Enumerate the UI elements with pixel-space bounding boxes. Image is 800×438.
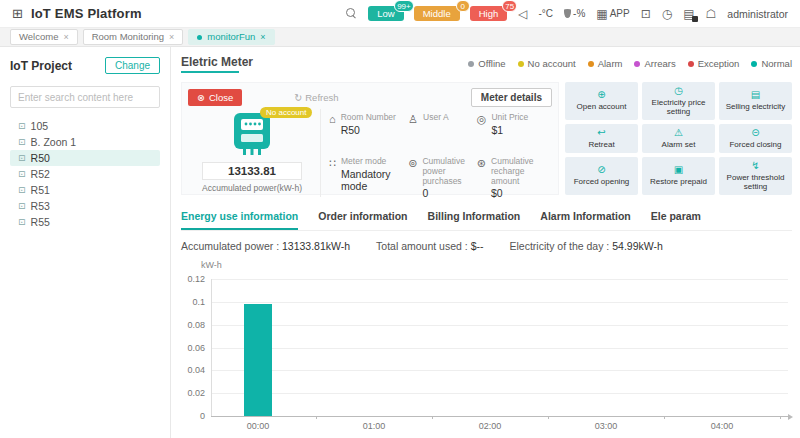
close-tab-icon[interactable]: × xyxy=(63,31,68,43)
y-tick-label: 0.06 xyxy=(175,343,205,353)
legend-label: No account xyxy=(528,58,576,69)
field-text: Cumulative recharge amount$0 xyxy=(491,157,552,199)
skin-icon[interactable]: ☖ xyxy=(706,8,717,20)
y-tick-label: 0.12 xyxy=(175,274,205,284)
close-tab-icon[interactable]: × xyxy=(169,31,174,43)
legend-label: Normal xyxy=(761,58,792,69)
tree-item-r51[interactable]: ⊡R51 xyxy=(10,182,160,198)
x-axis-line xyxy=(211,416,788,417)
legend-dot xyxy=(518,61,524,67)
cart-icon: ⊚ xyxy=(408,157,417,169)
field-meter-mode: ∷Meter modeMandatory mode xyxy=(329,153,404,197)
alarm-badge-low[interactable]: Low99+ xyxy=(368,6,403,21)
legend-dot xyxy=(588,61,594,67)
x-tick-label: 03:00 xyxy=(586,421,626,431)
refresh-button[interactable]: ↻Refresh xyxy=(294,92,338,103)
gridline xyxy=(211,348,788,349)
alarm-badge-label: High xyxy=(479,8,499,19)
field-text: Meter modeMandatory mode xyxy=(341,157,404,192)
legend-exception: Exception xyxy=(688,58,740,69)
main-content: Eletric Meter OfflineNo accountAlarmArre… xyxy=(171,47,800,438)
legend-arrears: Arrears xyxy=(634,58,675,69)
y-tick-label: 0.02 xyxy=(175,388,205,398)
alarm-badge-middle[interactable]: Middle0 xyxy=(414,6,460,21)
legend-normal: Normal xyxy=(751,58,792,69)
tab-ele-param[interactable]: Ele param xyxy=(651,206,701,230)
tree-item-b-zoon-1[interactable]: ⊡B. Zoon 1 xyxy=(10,134,160,150)
tree-item-r55[interactable]: ⊡R55 xyxy=(10,214,160,230)
user-icon: ♙ xyxy=(408,113,418,125)
fullscreen-icon[interactable]: ⊡ xyxy=(641,8,651,20)
retreat-button[interactable]: ↩Retreat xyxy=(565,124,638,153)
active-dot xyxy=(197,35,202,40)
menu-icon[interactable]: ⊞ xyxy=(12,6,23,21)
summary-row: Accumulated power : 13133.81kW-hTotal am… xyxy=(181,240,792,252)
alarm-set-icon: ⚠ xyxy=(674,128,683,138)
mute-icon[interactable]: ◁ xyxy=(518,8,527,20)
forced-closing-button[interactable]: ⊝Forced closing xyxy=(719,124,792,153)
meter-fields: ⌂Room NumberR50♙User A◎Unit Price$1∷Mete… xyxy=(320,109,552,197)
tree-item-label: B. Zoon 1 xyxy=(31,136,77,148)
field-label: Cumulative recharge amount xyxy=(491,157,552,186)
summary-label: Total amount used : xyxy=(376,240,471,252)
open-account-icon: ⊕ xyxy=(597,90,605,100)
tree-item-r50[interactable]: ⊡R50 xyxy=(10,150,160,166)
theme-layers-icon[interactable]: ▤ xyxy=(683,8,694,20)
x-axis-tick xyxy=(548,416,549,419)
x-axis-tick xyxy=(316,416,317,419)
alarm-badge-high[interactable]: High75 xyxy=(470,6,508,21)
restore-prepaid-button[interactable]: ▣Restore prepaid xyxy=(642,157,715,195)
sidebar-title: IoT Project xyxy=(10,59,72,73)
electricity-price-setting-button[interactable]: ◷Electricity price setting xyxy=(642,82,715,120)
breadcrumb-tab-label: Room Monitoring xyxy=(92,31,164,43)
meter-details-button[interactable]: Meter details xyxy=(471,88,552,107)
legend-no-account: No account xyxy=(518,58,576,69)
tab-alarm-information[interactable]: Alarm Information xyxy=(540,206,630,230)
y-tick-label: 0.04 xyxy=(175,365,205,375)
field-value: Mandatory mode xyxy=(341,168,404,192)
close-button[interactable]: ⊗Close xyxy=(188,89,242,106)
forced-opening-button[interactable]: ⊘Forced opening xyxy=(565,157,638,195)
breadcrumb-tab-room-monitoring[interactable]: Room Monitoring× xyxy=(83,29,184,45)
tree-item-105[interactable]: ⊡105 xyxy=(10,118,160,134)
breadcrumb-tab-label: monitorFun xyxy=(207,31,255,43)
gridline xyxy=(211,370,788,371)
search-icon[interactable] xyxy=(346,8,357,19)
bar-00:00 xyxy=(244,304,272,416)
search-input[interactable] xyxy=(10,86,160,108)
field-label: User A xyxy=(423,113,449,123)
action-label: Power threshold setting xyxy=(720,173,791,191)
legend-label: Offline xyxy=(478,58,505,69)
field-value: $1 xyxy=(491,124,528,136)
meter-visual-column: No account 13133.81 Accumulated power(kW… xyxy=(188,109,316,197)
breadcrumb-tab-monitorfun[interactable]: monitorFun× xyxy=(188,29,274,45)
close-tab-icon[interactable]: × xyxy=(260,31,265,43)
legend-label: Exception xyxy=(698,58,740,69)
project-tree: ⊡105⊡B. Zoon 1⊡R50⊡R52⊡R51⊡R53⊡R55 xyxy=(10,118,160,230)
alarm-badge-label: Low xyxy=(377,8,394,19)
tree-item-r53[interactable]: ⊡R53 xyxy=(10,198,160,214)
alarm-badge-group: Low99+Middle0High75 xyxy=(368,6,507,21)
power-threshold-setting-button[interactable]: ↯Power threshold setting xyxy=(719,157,792,195)
action-label: Forced closing xyxy=(729,140,781,149)
tree-item-label: R53 xyxy=(31,200,50,212)
alarm-set-button[interactable]: ⚠Alarm set xyxy=(642,124,715,153)
tree-item-r52[interactable]: ⊡R52 xyxy=(10,166,160,182)
x-axis-tick xyxy=(664,416,665,419)
app-qr-button[interactable]: ▦APP xyxy=(596,8,629,20)
field-room-number: ⌂Room NumberR50 xyxy=(329,109,404,153)
clock-icon[interactable]: ◷ xyxy=(662,8,672,20)
field-user-a: ♙User A xyxy=(408,109,473,153)
open-account-button[interactable]: ⊕Open account xyxy=(565,82,638,120)
tab-energy-use-information[interactable]: Energy use information xyxy=(181,206,298,230)
user-menu[interactable]: administrator xyxy=(727,8,788,20)
change-button[interactable]: Change xyxy=(105,57,160,74)
tab-order-information[interactable]: Order information xyxy=(318,206,407,230)
breadcrumb-tab-welcome[interactable]: Welcome× xyxy=(10,29,78,45)
tab-billing-information[interactable]: Billing Information xyxy=(428,206,521,230)
x-axis-arrow xyxy=(788,414,793,420)
tree-item-label: R52 xyxy=(31,168,50,180)
status-legend: OfflineNo accountAlarmArrearsExceptionNo… xyxy=(468,58,792,73)
selling-electricity-button[interactable]: ▤Selling electricity xyxy=(719,82,792,120)
action-label: Restore prepaid xyxy=(650,177,707,186)
